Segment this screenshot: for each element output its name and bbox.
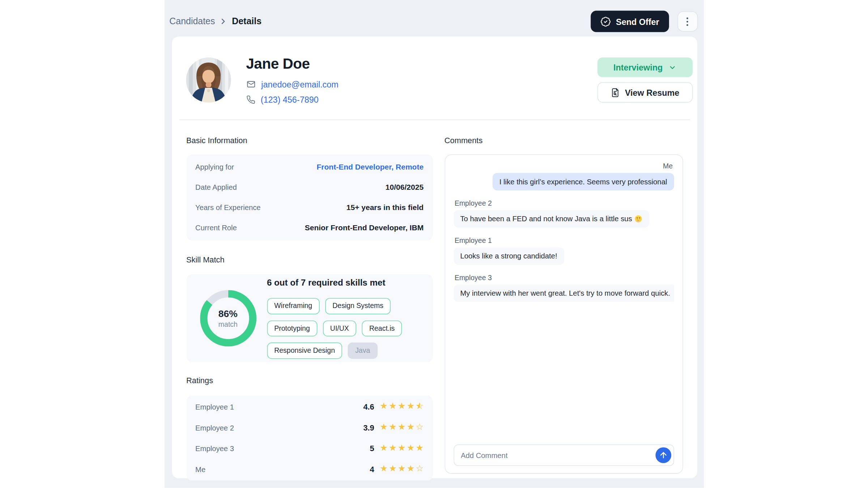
info-value: 10/06/2025: [386, 183, 424, 191]
file-search-icon: [610, 87, 620, 97]
send-offer-button[interactable]: Send Offer: [591, 11, 669, 32]
phone-row: (123) 456-7890: [246, 95, 582, 104]
skill-chip: Java: [348, 343, 378, 359]
star-rating: ★★★★☆★: [380, 402, 424, 411]
comment-author: Employee 2: [455, 200, 492, 207]
star-full-icon: ★: [398, 444, 406, 453]
skill-chip: Prototyping: [267, 320, 317, 336]
star-full-icon: ★: [407, 423, 415, 432]
add-comment-input[interactable]: [454, 445, 674, 466]
comment-author: Employee 1: [455, 237, 492, 245]
rating-row: Employee 14.6★★★★☆★: [195, 402, 424, 411]
view-resume-button[interactable]: View Resume: [597, 82, 692, 103]
star-full-icon: ★: [416, 444, 424, 453]
profile-header: Jane Doe janedoe@email.com (123) 456-789…: [172, 37, 697, 104]
email-row: janedoe@email.com: [246, 80, 582, 89]
comment-text: My interview with her went great. Let's …: [460, 289, 670, 297]
right-column: Comments MeI like this girl’s experience…: [444, 136, 683, 474]
phone-link[interactable]: (123) 456-7890: [261, 95, 319, 104]
topbar: Candidates Details Send Offer: [164, 0, 703, 35]
content-columns: Basic Information Applying forFront-End …: [172, 120, 697, 478]
mail-icon: [246, 80, 255, 89]
rating-score: 3.9: [363, 423, 374, 432]
rating-value-group: 5★★★★★: [370, 444, 424, 453]
skill-match-title: Skill Match: [186, 255, 433, 264]
star-full-icon: ★: [407, 465, 415, 474]
comment-text: I like this girl’s experience. Seems ver…: [499, 177, 667, 186]
breadcrumb-details: Details: [232, 16, 261, 26]
star-full-icon: ★: [407, 402, 415, 411]
comment-input-row: [454, 445, 674, 466]
rating-value-group: 4.6★★★★☆★: [363, 402, 424, 411]
info-row: Applying forFront-End Developer, Remote: [195, 163, 424, 171]
rating-value-group: 3.9★★★★☆: [363, 423, 424, 432]
breadcrumb: Candidates Details: [169, 16, 261, 26]
info-value: Senior Front-End Developer, IBM: [305, 224, 424, 232]
rating-row: Employee 35★★★★★: [195, 444, 424, 453]
view-resume-label: View Resume: [625, 87, 679, 97]
skill-chip: UI/UX: [323, 320, 356, 336]
rating-score: 4.6: [363, 402, 374, 411]
star-half-icon: ☆★: [416, 402, 424, 411]
app-window: Candidates Details Send Offer: [164, 0, 703, 488]
star-rating: ★★★★★: [380, 444, 424, 453]
rating-author: Employee 1: [195, 403, 234, 411]
info-value: 15+ years in this field: [346, 204, 424, 212]
comments-list[interactable]: MeI like this girl’s experience. Seems v…: [454, 162, 674, 438]
applying-for-link[interactable]: Front-End Developer, Remote: [316, 163, 424, 171]
kebab-vertical-icon: [686, 17, 688, 26]
star-rating[interactable]: ★★★★☆: [380, 465, 424, 474]
comment-message: Employee 3My interview with her went gre…: [454, 274, 674, 302]
info-row: Current RoleSenior Front-End Developer, …: [195, 224, 424, 232]
status-dropdown[interactable]: Interviewing: [597, 57, 692, 77]
star-full-icon: ★: [389, 465, 397, 474]
thinking-face-emoji: [634, 215, 643, 223]
star-full-icon: ★: [398, 423, 406, 432]
email-link[interactable]: janedoe@email.com: [261, 80, 338, 89]
basic-information-card: Applying forFront-End Developer, RemoteD…: [186, 154, 433, 240]
send-comment-button[interactable]: [655, 447, 671, 463]
comments-title: Comments: [444, 136, 683, 145]
comment-text: Looks like a strong candidate!: [460, 252, 557, 260]
comment-message: Employee 2To have been a FED and not kno…: [454, 200, 674, 228]
rating-score: 4: [370, 465, 374, 474]
star-full-icon: ★: [398, 465, 406, 474]
match-percent: 86%: [218, 308, 238, 320]
rating-author: Me: [195, 465, 205, 473]
star-full-icon: ★: [380, 444, 388, 453]
rating-value-group: 4★★★★☆: [370, 465, 424, 474]
info-row: Date Applied10/06/2025: [195, 183, 424, 191]
ratings-card: Employee 14.6★★★★☆★Employee 23.9★★★★☆Emp…: [186, 395, 433, 480]
comment-bubble: I like this girl’s experience. Seems ver…: [493, 173, 674, 190]
rating-author: Employee 2: [195, 423, 234, 432]
avatar: [186, 57, 231, 103]
comments-card: MeI like this girl’s experience. Seems v…: [444, 154, 683, 474]
skill-chip: React.is: [362, 320, 402, 336]
comment-bubble: Looks like a strong candidate!: [454, 247, 564, 265]
comment-author: Me: [663, 162, 673, 170]
star-empty-icon: ☆: [416, 423, 424, 432]
ratings-title: Ratings: [186, 376, 433, 385]
badge-check-icon: [600, 16, 611, 27]
rating-author: Employee 3: [195, 444, 234, 453]
star-full-icon: ★: [380, 465, 388, 474]
basic-information-title: Basic Information: [186, 136, 433, 145]
info-label: Years of Experience: [195, 204, 261, 212]
skill-match-card: 86% match 6 out of 7 required skills met…: [186, 274, 433, 362]
star-full-icon: ★: [398, 402, 406, 411]
skill-chip: Design Systems: [325, 298, 391, 314]
rating-row: Employee 23.9★★★★☆: [195, 423, 424, 432]
phone-icon: [246, 95, 255, 104]
comment-bubble: To have been a FED and not know Java is …: [454, 210, 650, 227]
star-full-icon: ★: [389, 423, 397, 432]
info-label: Date Applied: [195, 183, 237, 191]
star-empty-icon: ☆: [416, 465, 424, 474]
breadcrumb-candidates[interactable]: Candidates: [169, 16, 215, 26]
candidate-card: Jane Doe janedoe@email.com (123) 456-789…: [172, 37, 697, 478]
profile-actions: Interviewing View Resume: [597, 57, 692, 104]
star-rating: ★★★★☆: [380, 423, 424, 432]
more-options-button[interactable]: [677, 11, 697, 31]
arrow-up-icon: [659, 451, 668, 460]
skill-chip: Wireframing: [267, 298, 320, 314]
status-label: Interviewing: [613, 63, 663, 72]
